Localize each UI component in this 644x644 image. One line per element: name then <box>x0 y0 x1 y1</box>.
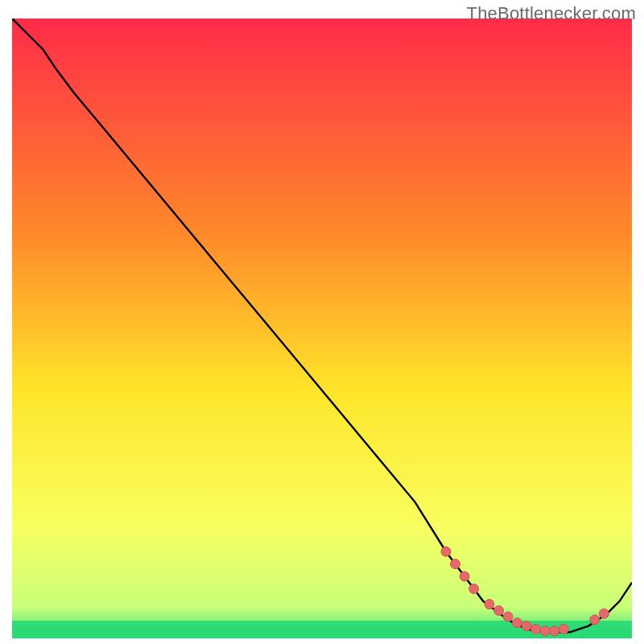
chart-svg <box>12 19 632 638</box>
curve-marker <box>469 584 479 593</box>
curve-marker <box>550 626 559 636</box>
curve-marker <box>485 600 494 609</box>
curve-marker <box>441 547 451 556</box>
watermark-text: TheBottlenecker.com <box>467 3 636 24</box>
curve-marker <box>503 612 513 621</box>
curve-marker <box>599 609 609 618</box>
gradient-background <box>12 19 632 638</box>
curve-marker <box>531 625 541 634</box>
plot-area <box>12 19 632 638</box>
curve-marker <box>590 615 600 625</box>
chart-canvas: TheBottlenecker.com <box>0 0 644 644</box>
curve-marker <box>559 625 568 634</box>
curve-marker <box>540 626 550 636</box>
curve-marker <box>494 605 504 615</box>
curve-marker <box>460 572 469 581</box>
curve-marker <box>522 621 531 631</box>
curve-marker <box>513 618 522 628</box>
curve-marker <box>451 559 460 569</box>
